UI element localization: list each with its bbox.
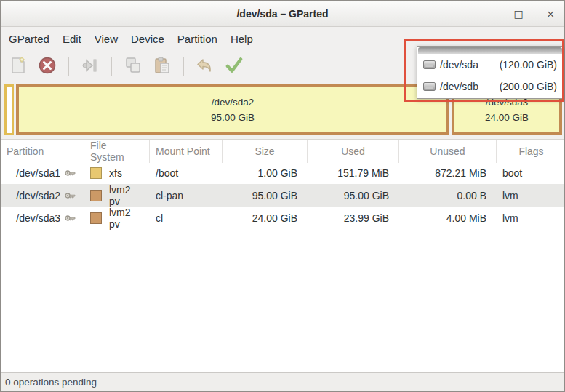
filesystem-swatch xyxy=(90,190,102,201)
undo-icon xyxy=(196,56,215,77)
device-option-sdb[interactable]: /dev/sdb (200.00 GiB) xyxy=(417,76,563,97)
menu-edit[interactable]: Edit xyxy=(56,28,88,49)
delete-button[interactable] xyxy=(34,54,60,80)
copy-button[interactable] xyxy=(120,54,146,80)
table-header: Partition File System Mount Point Size U… xyxy=(1,140,564,161)
undo-button[interactable] xyxy=(192,54,218,80)
table-row-sda3[interactable]: /dev/sda3 lvm2 pv cl 24.00 GiB 23.99 GiB… xyxy=(1,207,564,229)
used-value: 23.99 GiB xyxy=(308,207,399,230)
col-unused: Unused xyxy=(399,140,497,163)
col-filesystem: File System xyxy=(84,140,150,163)
size-value: 1.00 GiB xyxy=(223,161,308,184)
statusbar: 0 operations pending xyxy=(1,372,564,391)
key-icon xyxy=(65,212,76,224)
device-size: (200.00 GiB) xyxy=(500,81,557,92)
new-partition-button[interactable] xyxy=(5,54,31,80)
device-option-sda[interactable]: /dev/sda (120.00 GiB) xyxy=(417,54,563,76)
resize-move-button[interactable] xyxy=(77,54,103,80)
disk-icon xyxy=(423,60,436,69)
menu-view[interactable]: View xyxy=(88,28,124,49)
filesystem-name: lvm2 pv xyxy=(109,184,144,207)
partition-block-name: /dev/sda2 xyxy=(212,97,255,108)
partition-block-sda2[interactable]: /dev/sda2 95.00 GiB xyxy=(16,84,449,135)
unused-value: 4.00 MiB xyxy=(399,207,497,230)
operations-pending-text: 0 operations pending xyxy=(5,377,97,388)
menu-gparted[interactable]: GParted xyxy=(2,28,56,49)
flags-value: lvm xyxy=(497,207,565,230)
toolbar-separator xyxy=(183,57,184,76)
filesystem-swatch xyxy=(90,167,102,179)
paste-icon xyxy=(153,56,172,77)
maximize-button[interactable]: □ xyxy=(510,6,526,22)
gparted-window: /dev/sda – GParted – □ × GParted Edit Vi… xyxy=(0,0,565,392)
size-value: 95.00 GiB xyxy=(223,184,308,207)
used-value: 95.00 GiB xyxy=(308,184,399,207)
menu-device[interactable]: Device xyxy=(124,28,171,49)
unused-value: 0.00 B xyxy=(399,184,497,207)
partition-table: Partition File System Mount Point Size U… xyxy=(1,139,564,372)
key-icon xyxy=(65,167,76,179)
partition-block-size: 24.00 GiB xyxy=(485,112,529,123)
window-title: /dev/sda – GParted xyxy=(236,8,328,20)
used-value: 151.79 MiB xyxy=(308,161,399,184)
menu-partition[interactable]: Partition xyxy=(171,28,224,49)
toolbar-separator xyxy=(111,57,112,76)
partition-block-size: 95.00 GiB xyxy=(211,112,255,123)
menu-help[interactable]: Help xyxy=(224,28,260,49)
filesystem-swatch xyxy=(90,212,102,224)
minimize-button[interactable]: – xyxy=(478,6,494,22)
unused-value: 872.21 MiB xyxy=(399,161,497,184)
flags-value: boot xyxy=(497,161,565,184)
filesystem-name: xfs xyxy=(109,167,122,179)
apply-button[interactable] xyxy=(221,54,247,80)
col-flags: Flags xyxy=(497,140,565,163)
copy-icon xyxy=(124,56,143,77)
device-name: /dev/sda xyxy=(440,59,478,71)
col-mountpoint: Mount Point xyxy=(150,140,223,163)
toolbar-separator xyxy=(68,57,69,76)
paste-button[interactable] xyxy=(149,54,175,80)
mount-point: /boot xyxy=(150,161,223,184)
col-used: Used xyxy=(308,140,399,163)
device-name: /dev/sdb xyxy=(440,81,478,92)
close-button[interactable]: × xyxy=(542,6,558,22)
partition-block-sda1[interactable] xyxy=(4,84,14,135)
filesystem-name: lvm2 pv xyxy=(109,207,144,230)
delete-icon xyxy=(38,56,57,77)
device-combobox-edge[interactable] xyxy=(418,47,562,54)
window-controls: – □ × xyxy=(478,1,558,27)
mount-point: cl-pan xyxy=(150,184,223,207)
device-size: (120.00 GiB) xyxy=(500,59,557,71)
resize-move-icon xyxy=(81,56,100,77)
partition-name: /dev/sda1 xyxy=(16,167,60,179)
disk-icon xyxy=(423,82,436,91)
device-dropdown-popup: /dev/sda (120.00 GiB) /dev/sdb (200.00 G… xyxy=(417,46,564,99)
apply-icon xyxy=(225,56,244,77)
partition-name: /dev/sda3 xyxy=(16,212,60,224)
flags-value: lvm xyxy=(497,184,565,207)
table-row-sda1[interactable]: /dev/sda1 xfs /boot 1.00 GiB 151.79 MiB … xyxy=(1,161,564,184)
col-size: Size xyxy=(223,140,308,163)
col-partition: Partition xyxy=(1,140,84,163)
partition-name: /dev/sda2 xyxy=(16,190,60,201)
mount-point: cl xyxy=(150,207,223,230)
table-row-sda2[interactable]: /dev/sda2 lvm2 pv cl-pan 95.00 GiB 95.00… xyxy=(1,184,564,207)
titlebar: /dev/sda – GParted – □ × xyxy=(1,1,564,27)
size-value: 24.00 GiB xyxy=(223,207,308,230)
new-partition-icon xyxy=(9,56,28,77)
key-icon xyxy=(65,190,76,201)
